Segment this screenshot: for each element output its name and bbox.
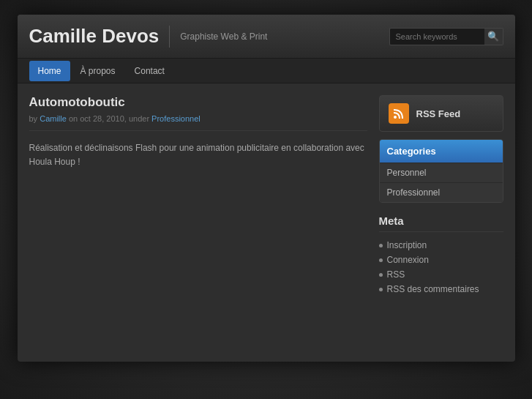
post-title: Automotoboutic — [29, 95, 367, 110]
rss-widget[interactable]: RSS Feed — [379, 95, 503, 132]
meta-link-rss-comments[interactable]: RSS des commentaires — [379, 282, 503, 297]
bullet-icon — [379, 244, 383, 247]
category-item-personnel[interactable]: Personnel — [380, 163, 503, 182]
sidebar: RSS Feed Categories Personnel Profession… — [379, 95, 503, 350]
post-content: Réalisation et déclinaisons Flash pour u… — [29, 141, 367, 169]
rss-icon — [389, 103, 409, 124]
content-area: Automotoboutic by Camille on oct 28, 201… — [18, 83, 515, 362]
nav-item-contact[interactable]: Contact — [126, 61, 173, 81]
meta-widget: Meta Inscription Connexion RSS — [379, 210, 503, 301]
search-form: 🔍 — [389, 28, 503, 45]
categories-widget: Categories Personnel Professionnel — [379, 139, 503, 203]
categories-title: Categories — [380, 140, 503, 163]
post-meta: by Camille on oct 28, 2010, under Profes… — [29, 114, 367, 131]
nav-item-apropos[interactable]: À propos — [72, 61, 124, 81]
search-input[interactable] — [389, 28, 484, 45]
post-author-link[interactable]: Camille — [40, 114, 67, 123]
bullet-icon — [379, 258, 383, 262]
bullet-icon — [379, 273, 383, 277]
bullet-icon — [379, 288, 383, 291]
post-date: oct 28, 2010 — [80, 114, 124, 123]
post-category-link[interactable]: Professionnel — [151, 114, 201, 123]
rss-label: RSS Feed — [416, 108, 461, 119]
svg-point-0 — [394, 116, 397, 119]
site-title: Camille Devos — [29, 25, 160, 48]
meta-link-connexion[interactable]: Connexion — [379, 253, 503, 267]
site-header: Camille Devos Graphiste Web & Print 🔍 — [18, 15, 515, 59]
category-item-professionnel[interactable]: Professionnel — [380, 182, 503, 202]
meta-list: Inscription Connexion RSS RSS des c — [379, 238, 503, 297]
meta-link-inscription[interactable]: Inscription — [379, 238, 503, 253]
site-nav: Home À propos Contact — [18, 59, 515, 83]
site-tagline: Graphiste Web & Print — [180, 31, 389, 42]
page-wrapper: Camille Devos Graphiste Web & Print 🔍 Ho… — [0, 0, 532, 399]
main-content: Automotoboutic by Camille on oct 28, 201… — [29, 95, 367, 350]
header-divider — [169, 26, 170, 48]
meta-title: Meta — [379, 215, 503, 232]
site-container: Camille Devos Graphiste Web & Print 🔍 Ho… — [18, 15, 515, 362]
meta-link-rss[interactable]: RSS — [379, 267, 503, 282]
search-button[interactable]: 🔍 — [484, 28, 503, 45]
nav-item-home[interactable]: Home — [29, 61, 70, 81]
search-icon: 🔍 — [487, 31, 499, 42]
